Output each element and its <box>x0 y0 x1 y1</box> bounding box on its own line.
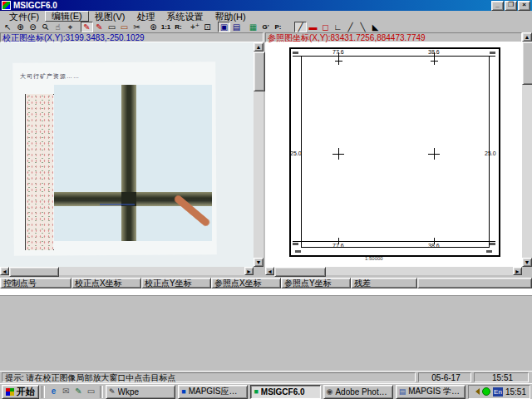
task-button[interactable]: ✎Wkpe <box>106 385 175 399</box>
scroll-up-icon[interactable]: ▲ <box>254 42 264 52</box>
crosshair-tool[interactable]: ⌖ <box>64 22 76 32</box>
maximize-button[interactable]: ❐ <box>505 1 517 11</box>
line-tool-1[interactable]: ╱ <box>294 22 307 32</box>
scrollbar-thumb[interactable] <box>9 267 59 277</box>
status-date: 05-6-17 <box>418 372 471 382</box>
toolbar: ↖⊕⊖⚲☝⌖✎✎▭▭✂⊛1:1R:+⁺⊡▣▤▦G'P:╱▬◻∟╱╲◣ <box>0 22 532 32</box>
status-dot-icon[interactable] <box>482 387 490 396</box>
menu-item[interactable]: 文件(F) <box>3 12 45 22</box>
close-button[interactable]: × <box>518 1 530 11</box>
map-inner-bottom-line2 <box>301 247 490 248</box>
menu-bar: 文件(F)编辑(E)视图(V)处理系统设置帮助(H) <box>0 11 532 22</box>
screen-left-tool[interactable]: ▣ <box>218 22 230 32</box>
local-zoom-window[interactable] <box>54 85 212 241</box>
cut-tool[interactable]: ✂ <box>131 22 143 32</box>
line-tool-3[interactable]: ◻ <box>319 22 332 32</box>
task-button[interactable]: ■MAPGIS应用程序主菜单 <box>178 385 248 399</box>
correction-image-canvas[interactable]: 大司行矿产资源…… <box>0 42 254 267</box>
scrollbar-thumb[interactable] <box>254 52 265 91</box>
scroll-right-icon[interactable]: ► <box>244 267 254 275</box>
menu-item[interactable]: 编辑(E) <box>45 11 89 22</box>
line-tool-4[interactable]: ∟ <box>332 22 344 32</box>
title-bar[interactable]: MSIGCF6.0 _ ❐ × <box>0 0 532 11</box>
zoom-in-tool[interactable]: ⊕ <box>14 22 27 32</box>
line-tool-2[interactable]: ▬ <box>307 22 319 32</box>
task-button-icon: ▤ <box>399 387 406 396</box>
left-vertical-scrollbar[interactable]: ▲ ▼ <box>254 42 264 267</box>
screen-right-tool[interactable]: ▤ <box>230 22 243 32</box>
right-vertical-scrollbar[interactable]: ▲ ▼ <box>522 32 532 267</box>
taskbar: 开始 e✉✎▭ ✎Wkpe■MAPGIS应用程序主菜单■MSIGCF6.0◉Ad… <box>0 383 532 399</box>
scroll-left-icon[interactable]: ◄ <box>265 267 274 275</box>
pan-hand-tool[interactable]: ☝ <box>52 22 64 32</box>
magnifier-tool[interactable]: ⚲ <box>39 22 52 32</box>
menu-item[interactable]: 处理 <box>131 12 160 22</box>
line-tool-6[interactable]: ╲ <box>357 22 369 32</box>
corner-mark <box>295 250 301 253</box>
left-horizontal-scrollbar[interactable]: ◄ ► <box>0 267 254 275</box>
taskbar-divider <box>42 386 45 398</box>
menu-item[interactable]: 帮助(H) <box>209 12 251 22</box>
table-column-header[interactable]: 残差 <box>351 278 417 288</box>
control-point-table-empty-row[interactable] <box>0 288 532 296</box>
scroll-down-icon[interactable]: ▼ <box>254 258 264 267</box>
map-crosshair <box>332 148 344 160</box>
scanned-map-caption: 大司行矿产资源…… <box>20 72 80 81</box>
line-tool-5[interactable]: ╱ <box>344 22 357 32</box>
scroll-left-icon[interactable]: ◄ <box>0 267 9 275</box>
start-label: 开始 <box>17 386 35 398</box>
mail-icon[interactable]: ✉ <box>60 386 72 397</box>
corner-mark <box>293 52 298 54</box>
ie-icon[interactable]: e <box>47 386 60 397</box>
task-button[interactable]: ■MSIGCF6.0 <box>250 385 320 399</box>
task-button[interactable]: ▤MAPGIS 学习笔记 -... <box>396 385 466 399</box>
rect-select-tool[interactable]: ▭ <box>106 22 118 32</box>
channels-icon[interactable]: ✎ <box>72 386 85 397</box>
map-crosshair <box>335 57 342 65</box>
scroll-down-icon[interactable]: ▼ <box>522 258 532 267</box>
task-button-icon: ■ <box>181 387 185 396</box>
corner-mark <box>490 243 495 245</box>
map-top-tick-label: 77.6 <box>332 49 344 55</box>
menu-item[interactable]: 视图(V) <box>89 12 131 22</box>
minimize-button[interactable]: _ <box>491 1 504 11</box>
line-tool-7[interactable]: ◣ <box>369 22 382 32</box>
window-title: MSIGCF6.0 <box>13 1 490 10</box>
menu-item[interactable]: 系统设置 <box>160 12 209 22</box>
actual-size-tool[interactable]: 1:1 <box>160 22 172 32</box>
add-point-tool[interactable]: +⁺ <box>189 22 201 32</box>
table-column-header[interactable]: 控制点号 <box>0 278 71 288</box>
taskbar-divider <box>100 386 103 398</box>
scroll-up-icon[interactable]: ▲ <box>522 32 532 42</box>
right-horizontal-scrollbar[interactable]: ◄ ► <box>265 267 522 275</box>
scrollbar-thumb[interactable] <box>522 42 532 85</box>
show-desktop-icon[interactable]: ▭ <box>85 386 97 397</box>
map-crosshair <box>431 57 438 65</box>
table-column-header[interactable]: 校正点X坐标 <box>71 278 141 288</box>
palette-tool[interactable]: ▦ <box>247 22 259 32</box>
zoom-out-tool[interactable]: ⊖ <box>27 22 39 32</box>
table-column-header[interactable]: 校正点Y坐标 <box>141 278 211 288</box>
register-pen-alt-tool[interactable]: ✎ <box>93 22 106 32</box>
select-tool[interactable]: ↖ <box>2 22 14 32</box>
tray-clock[interactable]: 15:51 <box>505 387 526 397</box>
table-column-header[interactable]: 参照点X坐标 <box>211 278 281 288</box>
preview-tool[interactable]: ⊡ <box>201 22 214 32</box>
p-tool[interactable]: P: <box>272 22 284 32</box>
g-tool[interactable]: G' <box>259 22 272 32</box>
task-button[interactable]: ◉Adobe Photoshop <box>323 385 393 399</box>
table-column-header[interactable]: 参照点Y坐标 <box>281 278 351 288</box>
volume-icon[interactable] <box>472 388 480 395</box>
blue-annotation-line <box>100 204 135 205</box>
rgb-tool[interactable]: R: <box>172 22 185 32</box>
scroll-right-icon[interactable]: ► <box>513 267 522 275</box>
scrollbar-thumb[interactable] <box>274 267 326 277</box>
task-button-label: MSIGCF6.0 <box>261 387 305 397</box>
register-pen-tool[interactable]: ✎ <box>81 22 93 32</box>
rect-select-red-tool[interactable]: ▭ <box>118 22 131 32</box>
reference-map-canvas[interactable]: 77.6 38.6 77.6 38.6 25.0 25.0 1:50000 <box>265 42 522 267</box>
zoom-window-tool[interactable]: ⊛ <box>147 22 160 32</box>
start-button[interactable]: 开始 <box>2 385 39 399</box>
map-top-tick-label: 38.6 <box>428 49 440 55</box>
input-method-indicator[interactable]: En <box>493 387 503 397</box>
